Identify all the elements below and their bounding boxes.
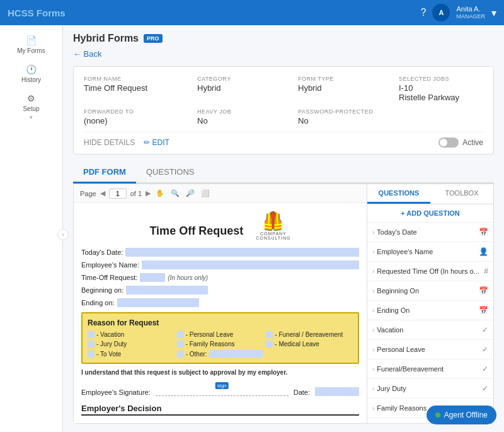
family-checkbox[interactable]: [177, 341, 184, 347]
funeral-checkbox[interactable]: [266, 331, 273, 338]
field-row-today: Today's Date:: [81, 248, 359, 257]
question-item-funeral[interactable]: › Funeral/Bereavement ✓: [367, 359, 493, 379]
zoom-out-icon[interactable]: 🔎: [185, 188, 196, 199]
q-chevron-icon: ›: [372, 385, 374, 392]
field-form-type-label: FORM TYPE: [298, 76, 399, 82]
page-title: Hybrid Forms: [73, 33, 139, 44]
field-form-type-value: Hybrid: [298, 83, 322, 93]
sidebar-item-history[interactable]: 🕐 History: [0, 59, 62, 88]
vote-label: - To Vote: [96, 351, 121, 358]
add-question-button[interactable]: + ADD QUESTION: [367, 204, 493, 223]
q-chevron-icon: ›: [372, 307, 374, 314]
jury-checkbox[interactable]: [88, 341, 94, 347]
user-menu-chevron[interactable]: ▾: [491, 7, 496, 19]
reason-vote: - To Vote: [88, 350, 175, 358]
beginning-input[interactable]: [126, 286, 208, 295]
date-label: Date:: [294, 388, 310, 396]
fit-page-icon[interactable]: ⬜: [200, 188, 211, 199]
jury-label: - Jury Duty: [96, 341, 127, 347]
tab-pdf-form[interactable]: PDF FORM: [73, 162, 136, 184]
field-category-label: CATEGORY: [197, 76, 298, 82]
time-off-input[interactable]: [140, 273, 165, 282]
hard-hat-icon: 🦺: [262, 211, 284, 231]
today-input[interactable]: [125, 248, 359, 257]
q-left: › Employee's Name: [372, 248, 433, 255]
q-left: › Beginning On: [372, 287, 419, 295]
q-name: Vacation: [377, 326, 403, 334]
toggle-container: Active: [438, 137, 483, 148]
help-icon[interactable]: ?: [421, 7, 427, 18]
sidebar-item-my-forms[interactable]: 📄 My Forms: [0, 30, 62, 59]
edit-link[interactable]: ✏ EDIT: [144, 138, 169, 147]
vacation-checkbox[interactable]: [88, 331, 94, 338]
field-password-protected: PASSWORD-PROTECTED No: [298, 108, 399, 126]
company-logo: 🦺 COMPANY CONSULTING: [256, 211, 290, 240]
q-type-icon: 👤: [479, 247, 488, 256]
other-input[interactable]: [209, 350, 264, 358]
question-item-personal-leave[interactable]: › Personal Leave ✓: [367, 340, 493, 359]
other-checkbox[interactable]: [177, 351, 184, 358]
agent-offline-button[interactable]: Agent Offline: [427, 406, 496, 424]
pdf-content: Time Off Request 🦺 COMPANY CONSULTING To…: [74, 203, 367, 423]
tab-questions[interactable]: QUESTIONS: [136, 162, 205, 184]
employee-input[interactable]: [142, 260, 359, 269]
sidebar-collapse-button[interactable]: ‹: [57, 229, 69, 240]
q-name: Requested Time Off (In hours o...: [377, 267, 479, 275]
sidebar-item-label: History: [21, 76, 41, 83]
q-chevron-icon: ›: [372, 327, 374, 334]
today-label: Today's Date:: [81, 248, 123, 256]
field-heavy-job: HEAVY JOB No: [197, 108, 298, 126]
question-item-ending-on[interactable]: › Ending On 📅: [367, 301, 493, 320]
field-heavy-job-value: No: [197, 116, 208, 126]
reason-medical: - Medical Leave: [266, 341, 353, 347]
form-title-block: Time Off Request: [149, 225, 243, 240]
hand-tool-icon[interactable]: ✋: [154, 188, 166, 199]
signature-area[interactable]: sign: [156, 381, 289, 396]
zoom-in-icon[interactable]: 🔍: [169, 188, 181, 199]
field-form-name-value: Time Off Request: [84, 83, 147, 93]
reason-box-title: Reason for Request: [88, 318, 353, 327]
personal-leave-checkbox[interactable]: [177, 331, 184, 338]
medical-label: - Medical Leave: [275, 341, 319, 347]
date-input[interactable]: [315, 387, 359, 396]
details-actions: HIDE DETAILS ✏ EDIT Active: [84, 132, 483, 148]
ending-input[interactable]: [117, 298, 199, 307]
question-item-vacation[interactable]: › Vacation ✓: [367, 320, 493, 340]
reason-options: - Vacation - Personal Leave - Funeral / …: [88, 331, 353, 358]
active-toggle[interactable]: [438, 137, 459, 148]
question-item-employee-name[interactable]: › Employee's Name 👤: [367, 242, 493, 262]
q-tab-questions[interactable]: QUESTIONS: [367, 184, 430, 204]
medical-checkbox[interactable]: [266, 341, 273, 347]
company-name: COMPANY: [260, 231, 287, 236]
hide-details-link[interactable]: HIDE DETAILS: [84, 138, 135, 147]
questions-list: › Today's Date 📅 › Employee's Name 👤: [367, 223, 493, 423]
sign-badge[interactable]: sign: [215, 382, 229, 389]
content-header: Hybrid Forms PRO: [73, 33, 494, 44]
user-info: Anita A. MANAGER: [456, 4, 485, 21]
setup-chevron: ▾: [30, 114, 33, 120]
prev-page-btn[interactable]: ◀: [100, 189, 105, 197]
content-area: Hybrid Forms PRO ← Back FORM NAME Time O…: [63, 25, 504, 432]
q-name: Beginning On: [377, 287, 419, 295]
other-label: - Other:: [186, 351, 207, 358]
nav-brand: HCSS Forms: [8, 8, 66, 18]
field-forwarded-to: FORWARDED TO (none): [84, 108, 197, 126]
prev-page-btn2[interactable]: ▶: [146, 189, 151, 197]
page-number-input[interactable]: [109, 189, 127, 199]
personal-leave-label: - Personal Leave: [186, 331, 234, 338]
panel-area: Page ◀ of 1 ▶ ✋ 🔍 🔎 ⬜ Time Off Request: [73, 184, 494, 424]
questions-panel: QUESTIONS TOOLBOX + ADD QUESTION › Today…: [367, 184, 493, 423]
q-type-icon: ✓: [482, 384, 488, 393]
sidebar-item-setup[interactable]: ⚙ Setup ▾: [0, 88, 62, 126]
question-item-requested-time[interactable]: › Requested Time Off (In hours o... #: [367, 262, 493, 281]
question-item-jury-duty[interactable]: › Jury Duty ✓: [367, 379, 493, 399]
q-left: › Funeral/Bereavement: [372, 365, 444, 373]
back-link[interactable]: ← Back: [73, 49, 494, 59]
q-name: Family Reasons: [377, 404, 427, 412]
question-item-today-date[interactable]: › Today's Date 📅: [367, 223, 493, 242]
question-item-beginning-on[interactable]: › Beginning On 📅: [367, 281, 493, 301]
vote-checkbox[interactable]: [88, 351, 94, 358]
q-left: › Family Reasons: [372, 404, 427, 412]
q-tab-toolbox[interactable]: TOOLBOX: [430, 184, 493, 204]
q-type-icon: 📅: [479, 228, 488, 236]
